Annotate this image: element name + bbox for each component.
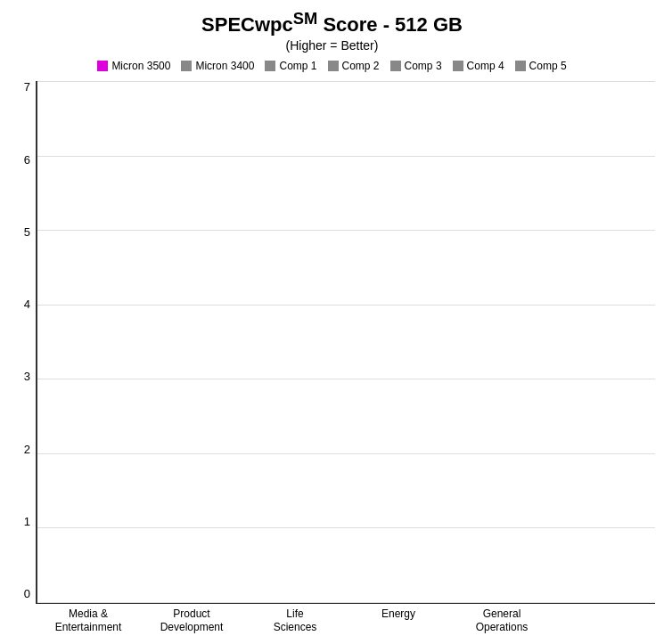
chart-subtitle: (Higher = Better)	[286, 38, 379, 53]
grid-line	[37, 156, 655, 157]
y-axis-label: 4	[24, 298, 30, 310]
legend-swatch	[515, 61, 526, 71]
legend-item: Micron 3400	[181, 60, 254, 72]
x-axis-label: ProductDevelopment	[148, 607, 235, 635]
y-axis-label: 1	[24, 516, 30, 527]
legend-swatch	[181, 61, 192, 71]
legend-item: Comp 2	[328, 60, 380, 72]
legend-swatch	[97, 61, 108, 71]
grid-line	[37, 602, 655, 603]
chart-container: SPECwpcSM Score - 512 GB (Higher = Bette…	[0, 0, 664, 644]
chart-legend: Micron 3500Micron 3400Comp 1Comp 2Comp 3…	[97, 60, 566, 72]
grid-line	[37, 453, 655, 454]
legend-item: Comp 4	[453, 60, 504, 72]
bars-area	[36, 81, 655, 603]
legend-swatch	[390, 61, 401, 71]
legend-item: Comp 3	[390, 60, 442, 72]
legend-label: Micron 3400	[195, 60, 254, 72]
grid-line	[37, 305, 655, 306]
legend-label: Comp 3	[405, 60, 442, 72]
legend-swatch	[328, 61, 339, 71]
grid-line	[37, 527, 655, 528]
y-axis-label: 0	[24, 588, 30, 599]
x-axis-label: LifeSciences	[251, 607, 339, 635]
y-axis-label: 7	[24, 81, 30, 93]
legend-label: Comp 4	[467, 60, 504, 72]
grid-line	[37, 81, 655, 82]
y-axis-label: 2	[24, 444, 30, 455]
legend-label: Comp 5	[529, 60, 567, 72]
chart-area: 76543210 Media &EntertainmentProductDeve…	[9, 81, 655, 635]
y-axis-label: 3	[24, 371, 30, 382]
y-axis-label: 6	[24, 154, 30, 166]
legend-swatch	[265, 61, 275, 71]
y-axis: 76543210	[9, 81, 36, 635]
legend-item: Comp 5	[515, 60, 567, 72]
legend-item: Micron 3500	[97, 60, 170, 72]
chart-title: SPECwpcSM Score - 512 GB	[201, 9, 463, 37]
x-labels: Media &EntertainmentProductDevelopmentLi…	[36, 607, 655, 635]
legend-label: Comp 2	[342, 60, 380, 72]
legend-item: Comp 1	[265, 60, 316, 72]
grid-line	[37, 379, 655, 379]
x-axis-label: Energy	[355, 607, 442, 635]
legend-swatch	[453, 61, 463, 71]
chart-body: Media &EntertainmentProductDevelopmentLi…	[36, 81, 655, 635]
x-axis-label: GeneralOperations	[458, 607, 545, 635]
legend-label: Comp 1	[279, 60, 316, 72]
grid-line	[37, 230, 655, 231]
x-axis-label: Media &Entertainment	[45, 607, 132, 635]
legend-label: Micron 3500	[111, 60, 170, 72]
y-axis-label: 5	[24, 226, 30, 238]
